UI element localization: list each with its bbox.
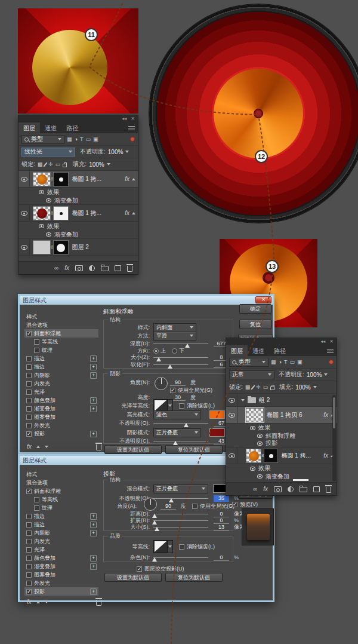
lock-artboard-icon[interactable]: ▭ [263,385,268,390]
effects-row[interactable]: 效果 [226,464,337,473]
fill-caret-icon[interactable] [313,386,317,388]
contour-thumbnail[interactable] [153,540,168,553]
new-group-icon[interactable] [300,487,307,492]
checkbox[interactable] [26,547,32,553]
shadow-mode-select[interactable]: 正片叠底 [153,428,201,437]
tab-paths[interactable]: 路径 [269,345,291,356]
visibility-eye-icon[interactable] [257,474,263,479]
effect-drop-shadow-item[interactable]: 投影 [24,430,98,438]
lock-move-icon[interactable]: ✛ [48,162,53,167]
filter-adjustment-icon[interactable]: ◑ [279,360,282,365]
fx-list-icon[interactable]: fx [27,599,32,605]
group-row[interactable]: 组 2 [226,394,337,407]
artwork-square-11[interactable] [18,8,138,114]
add-instance-icon[interactable] [90,555,97,562]
checkbox[interactable] [34,497,39,502]
effect-pattern-overlay-item[interactable]: 图案叠加 [24,571,98,579]
add-instance-icon[interactable] [90,372,97,379]
add-mask-icon[interactable] [274,486,282,492]
noise-slider[interactable] [153,557,208,558]
checkbox[interactable] [26,489,32,494]
checkbox[interactable] [26,539,32,544]
new-group-icon[interactable] [101,266,109,271]
blend-mode-select[interactable]: 线性光 [21,148,75,157]
lock-move-icon[interactable]: ✛ [256,385,261,390]
collapse-effects-icon[interactable] [132,212,135,214]
shadow-color-swatch[interactable] [209,428,225,437]
effect-item-row[interactable]: 渐变叠加 [18,197,138,205]
checkbox[interactable] [26,373,32,378]
fill-caret-icon[interactable] [107,163,110,165]
link-layers-icon[interactable] [54,265,58,271]
blend-mode-select[interactable]: 正片叠底 [153,484,208,493]
effects-row[interactable]: 效果 [18,222,138,231]
filter-shape-icon[interactable]: ▭ [85,137,91,142]
checkbox[interactable] [26,364,32,370]
new-layer-icon[interactable] [313,486,320,492]
checkbox[interactable] [26,514,32,519]
delete-layer-icon[interactable] [127,266,132,272]
set-default-button[interactable]: 设置为默认值 [104,445,162,454]
angle-dial[interactable] [144,498,157,511]
add-adjustment-icon[interactable] [89,265,95,271]
fx-badge[interactable]: fx [125,176,129,182]
size-value[interactable]: 13 [214,524,229,530]
effect-blending-options-item[interactable]: 混合选项 [24,321,98,329]
fx-badge[interactable]: fx [323,452,328,459]
filter-type-layers-icon[interactable]: T [80,137,84,142]
effect-item-row[interactable]: 渐变叠加 [226,473,337,480]
add-instance-icon[interactable] [90,406,97,412]
highlight-mode-select[interactable]: 滤色 [153,410,201,419]
effect-stroke-item[interactable]: 描边 [24,363,98,371]
checkbox[interactable] [26,415,32,420]
effect-inner-glow-item[interactable]: 内发光 [24,379,98,388]
visibility-eye-icon[interactable] [250,426,255,430]
distance-slider[interactable] [153,514,208,514]
checkbox[interactable] [26,589,32,594]
filter-toggle-icon[interactable] [130,137,135,142]
lock-all-icon[interactable] [63,164,67,167]
add-instance-icon[interactable] [90,364,97,370]
hscroll-thumb[interactable] [293,479,308,481]
close-panel-icon[interactable]: ✕ [329,339,334,345]
disclosure-caret-icon[interactable] [241,399,245,401]
visibility-eye-icon[interactable] [229,453,235,458]
filter-pixel-icon[interactable]: ▦ [67,137,72,142]
reset-button[interactable]: 复位 [239,320,271,329]
visibility-eye-icon[interactable] [46,198,51,203]
add-instance-icon[interactable] [90,355,97,362]
size-slider[interactable] [153,527,208,528]
checkbox[interactable] [34,348,39,353]
opacity-slider[interactable] [153,498,208,499]
lock-transparency-icon[interactable]: ▩ [245,385,251,390]
move-up-icon[interactable] [36,446,40,448]
add-instance-icon[interactable] [90,522,97,528]
panel-menu-icon[interactable] [327,349,334,353]
checkbox[interactable] [26,398,32,403]
effect-item-row[interactable]: 投影 [226,440,337,447]
checkbox[interactable] [26,564,32,569]
scrollbar-track[interactable] [332,395,336,482]
tab-layers[interactable]: 图层 [226,345,248,356]
preview-checkbox[interactable] [232,502,237,507]
close-panel-icon[interactable]: ✕ [131,116,135,122]
visibility-eye-icon[interactable] [257,434,263,438]
highlight-color-swatch[interactable] [209,410,225,419]
move-down-icon[interactable] [45,446,48,448]
group-name[interactable]: 组 2 [259,396,270,404]
spread-slider[interactable] [153,520,208,521]
lock-all-icon[interactable] [270,387,274,390]
add-layer-style-icon[interactable]: fx [64,265,69,271]
link-layers-icon[interactable] [253,486,257,492]
reset-default-button[interactable]: 复位为默认值 [165,445,223,454]
effect-styles-item[interactable]: 样式 [24,470,98,479]
move-down-icon[interactable] [45,601,48,603]
add-adjustment-icon[interactable] [288,486,294,492]
effect-styles-item[interactable]: 样式 [24,312,98,321]
filter-type-layers-icon[interactable]: T [284,360,288,365]
depth-slider[interactable] [153,344,208,344]
checkbox[interactable] [26,530,32,536]
checkbox[interactable] [26,423,32,428]
checkbox[interactable] [26,572,32,578]
blend-mode-select[interactable]: 正常 [229,370,274,379]
